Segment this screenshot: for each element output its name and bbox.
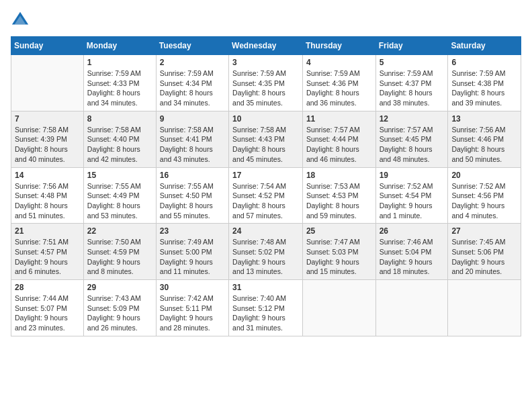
cell-content: Sunrise: 7:40 AM Sunset: 5:12 PM Dayligh… bbox=[232, 293, 299, 333]
day-number: 18 bbox=[306, 171, 372, 180]
page-header bbox=[11, 11, 521, 30]
cell-content: Sunrise: 7:53 AM Sunset: 4:53 PM Dayligh… bbox=[306, 181, 372, 221]
calendar-cell: 4Sunrise: 7:59 AM Sunset: 4:36 PM Daylig… bbox=[302, 55, 375, 111]
day-number: 20 bbox=[451, 171, 517, 180]
day-number: 16 bbox=[160, 171, 225, 180]
calendar-cell: 25Sunrise: 7:47 AM Sunset: 5:03 PM Dayli… bbox=[302, 224, 375, 280]
calendar-cell: 13Sunrise: 7:56 AM Sunset: 4:46 PM Dayli… bbox=[448, 111, 521, 167]
calendar-cell: 30Sunrise: 7:42 AM Sunset: 5:11 PM Dayli… bbox=[156, 280, 228, 336]
day-number: 11 bbox=[306, 114, 372, 124]
cell-content: Sunrise: 7:52 AM Sunset: 4:54 PM Dayligh… bbox=[380, 181, 445, 221]
calendar-cell: 23Sunrise: 7:49 AM Sunset: 5:00 PM Dayli… bbox=[156, 224, 228, 280]
day-number: 27 bbox=[451, 226, 517, 236]
calendar-cell: 16Sunrise: 7:55 AM Sunset: 4:50 PM Dayli… bbox=[156, 167, 228, 224]
cell-content: Sunrise: 7:59 AM Sunset: 4:36 PM Dayligh… bbox=[306, 68, 372, 108]
cell-content: Sunrise: 7:47 AM Sunset: 5:03 PM Dayligh… bbox=[306, 237, 372, 277]
day-number: 9 bbox=[160, 114, 225, 124]
calendar-cell: 5Sunrise: 7:59 AM Sunset: 4:37 PM Daylig… bbox=[375, 55, 448, 111]
calendar-cell bbox=[448, 280, 521, 336]
cell-content: Sunrise: 7:42 AM Sunset: 5:11 PM Dayligh… bbox=[160, 293, 225, 333]
day-number: 29 bbox=[87, 283, 152, 292]
cell-content: Sunrise: 7:59 AM Sunset: 4:35 PM Dayligh… bbox=[232, 68, 299, 108]
cell-content: Sunrise: 7:56 AM Sunset: 4:48 PM Dayligh… bbox=[15, 181, 80, 221]
cell-content: Sunrise: 7:59 AM Sunset: 4:38 PM Dayligh… bbox=[451, 68, 517, 108]
day-number: 8 bbox=[87, 114, 152, 124]
calendar-cell: 22Sunrise: 7:50 AM Sunset: 4:59 PM Dayli… bbox=[83, 224, 156, 280]
calendar-cell: 7Sunrise: 7:58 AM Sunset: 4:39 PM Daylig… bbox=[11, 111, 84, 167]
day-number: 1 bbox=[87, 58, 152, 67]
calendar-cell: 3Sunrise: 7:59 AM Sunset: 4:35 PM Daylig… bbox=[229, 55, 303, 111]
day-number: 28 bbox=[15, 283, 80, 292]
day-number: 25 bbox=[306, 226, 372, 236]
cell-content: Sunrise: 7:44 AM Sunset: 5:07 PM Dayligh… bbox=[15, 293, 80, 333]
cell-content: Sunrise: 7:57 AM Sunset: 4:44 PM Dayligh… bbox=[306, 125, 372, 165]
day-number: 21 bbox=[15, 226, 80, 236]
calendar-cell: 24Sunrise: 7:48 AM Sunset: 5:02 PM Dayli… bbox=[229, 224, 303, 280]
day-number: 2 bbox=[160, 58, 225, 67]
cell-content: Sunrise: 7:55 AM Sunset: 4:49 PM Dayligh… bbox=[87, 181, 152, 221]
calendar-cell: 11Sunrise: 7:57 AM Sunset: 4:44 PM Dayli… bbox=[302, 111, 375, 167]
weekday-header: Sunday bbox=[11, 37, 84, 55]
calendar-cell: 18Sunrise: 7:53 AM Sunset: 4:53 PM Dayli… bbox=[302, 167, 375, 224]
calendar-cell: 27Sunrise: 7:45 AM Sunset: 5:06 PM Dayli… bbox=[448, 224, 521, 280]
calendar-cell: 12Sunrise: 7:57 AM Sunset: 4:45 PM Dayli… bbox=[375, 111, 448, 167]
cell-content: Sunrise: 7:45 AM Sunset: 5:06 PM Dayligh… bbox=[451, 237, 517, 277]
logo-icon bbox=[11, 11, 30, 30]
logo bbox=[11, 11, 32, 30]
weekday-header: Saturday bbox=[448, 37, 521, 55]
cell-content: Sunrise: 7:57 AM Sunset: 4:45 PM Dayligh… bbox=[380, 125, 445, 165]
calendar-cell: 14Sunrise: 7:56 AM Sunset: 4:48 PM Dayli… bbox=[11, 167, 84, 224]
calendar-cell: 2Sunrise: 7:59 AM Sunset: 4:34 PM Daylig… bbox=[156, 55, 228, 111]
day-number: 7 bbox=[15, 114, 80, 124]
day-number: 24 bbox=[232, 226, 299, 236]
calendar-cell: 15Sunrise: 7:55 AM Sunset: 4:49 PM Dayli… bbox=[83, 167, 156, 224]
calendar-cell: 29Sunrise: 7:43 AM Sunset: 5:09 PM Dayli… bbox=[83, 280, 156, 336]
calendar-cell: 10Sunrise: 7:58 AM Sunset: 4:43 PM Dayli… bbox=[229, 111, 303, 167]
day-number: 5 bbox=[380, 58, 445, 67]
day-number: 23 bbox=[160, 226, 225, 236]
day-number: 14 bbox=[15, 171, 80, 180]
calendar-cell: 31Sunrise: 7:40 AM Sunset: 5:12 PM Dayli… bbox=[229, 280, 303, 336]
cell-content: Sunrise: 7:52 AM Sunset: 4:56 PM Dayligh… bbox=[451, 181, 517, 221]
calendar-table: SundayMondayTuesdayWednesdayThursdayFrid… bbox=[11, 36, 521, 336]
day-number: 12 bbox=[380, 114, 445, 124]
calendar-week-row: 7Sunrise: 7:58 AM Sunset: 4:39 PM Daylig… bbox=[11, 111, 521, 167]
day-number: 13 bbox=[451, 114, 517, 124]
day-number: 15 bbox=[87, 171, 152, 180]
cell-content: Sunrise: 7:46 AM Sunset: 5:04 PM Dayligh… bbox=[380, 237, 445, 277]
calendar-cell: 9Sunrise: 7:58 AM Sunset: 4:41 PM Daylig… bbox=[156, 111, 228, 167]
calendar-cell: 28Sunrise: 7:44 AM Sunset: 5:07 PM Dayli… bbox=[11, 280, 84, 336]
day-number: 22 bbox=[87, 226, 152, 236]
calendar-cell: 21Sunrise: 7:51 AM Sunset: 4:57 PM Dayli… bbox=[11, 224, 84, 280]
cell-content: Sunrise: 7:55 AM Sunset: 4:50 PM Dayligh… bbox=[160, 181, 225, 221]
cell-content: Sunrise: 7:58 AM Sunset: 4:40 PM Dayligh… bbox=[87, 125, 152, 165]
calendar-cell bbox=[375, 280, 448, 336]
weekday-header: Wednesday bbox=[229, 37, 303, 55]
cell-content: Sunrise: 7:50 AM Sunset: 4:59 PM Dayligh… bbox=[87, 237, 152, 277]
calendar-cell: 17Sunrise: 7:54 AM Sunset: 4:52 PM Dayli… bbox=[229, 167, 303, 224]
calendar-cell: 8Sunrise: 7:58 AM Sunset: 4:40 PM Daylig… bbox=[83, 111, 156, 167]
day-number: 19 bbox=[380, 171, 445, 180]
cell-content: Sunrise: 7:59 AM Sunset: 4:33 PM Dayligh… bbox=[87, 68, 152, 108]
calendar-cell: 26Sunrise: 7:46 AM Sunset: 5:04 PM Dayli… bbox=[375, 224, 448, 280]
weekday-header: Friday bbox=[375, 37, 448, 55]
calendar-cell bbox=[302, 280, 375, 336]
calendar-header-row: SundayMondayTuesdayWednesdayThursdayFrid… bbox=[11, 37, 521, 55]
cell-content: Sunrise: 7:58 AM Sunset: 4:39 PM Dayligh… bbox=[15, 125, 80, 165]
cell-content: Sunrise: 7:59 AM Sunset: 4:37 PM Dayligh… bbox=[380, 68, 445, 108]
day-number: 3 bbox=[232, 58, 299, 67]
cell-content: Sunrise: 7:59 AM Sunset: 4:34 PM Dayligh… bbox=[160, 68, 225, 108]
weekday-header: Monday bbox=[83, 37, 156, 55]
calendar-cell: 20Sunrise: 7:52 AM Sunset: 4:56 PM Dayli… bbox=[448, 167, 521, 224]
cell-content: Sunrise: 7:54 AM Sunset: 4:52 PM Dayligh… bbox=[232, 181, 299, 221]
day-number: 10 bbox=[232, 114, 299, 124]
day-number: 17 bbox=[232, 171, 299, 180]
calendar-cell: 1Sunrise: 7:59 AM Sunset: 4:33 PM Daylig… bbox=[83, 55, 156, 111]
calendar-week-row: 21Sunrise: 7:51 AM Sunset: 4:57 PM Dayli… bbox=[11, 224, 521, 280]
calendar-week-row: 14Sunrise: 7:56 AM Sunset: 4:48 PM Dayli… bbox=[11, 167, 521, 224]
calendar-cell: 19Sunrise: 7:52 AM Sunset: 4:54 PM Dayli… bbox=[375, 167, 448, 224]
calendar-cell bbox=[11, 55, 84, 111]
cell-content: Sunrise: 7:56 AM Sunset: 4:46 PM Dayligh… bbox=[451, 125, 517, 165]
day-number: 6 bbox=[451, 58, 517, 67]
cell-content: Sunrise: 7:58 AM Sunset: 4:41 PM Dayligh… bbox=[160, 125, 225, 165]
